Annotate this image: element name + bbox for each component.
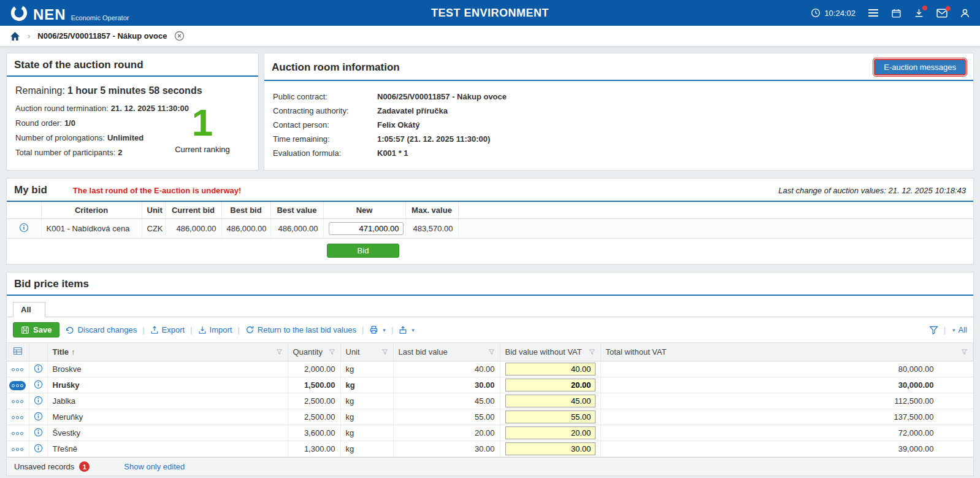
item-total: 72,000.00 bbox=[600, 425, 973, 441]
row-info-cell[interactable] bbox=[29, 393, 47, 409]
share-button[interactable]: ▾ bbox=[399, 326, 415, 334]
item-last-bid-value: 30.00 bbox=[393, 377, 500, 393]
export-button[interactable]: Export bbox=[150, 325, 185, 334]
row-actions-cell[interactable] bbox=[7, 409, 29, 425]
save-icon bbox=[21, 326, 29, 334]
import-button[interactable]: Import bbox=[198, 325, 232, 334]
item-unit: kg bbox=[340, 393, 393, 409]
bid-value-input[interactable] bbox=[505, 395, 595, 407]
filter-icon[interactable] bbox=[276, 349, 283, 355]
menu-icon[interactable] bbox=[868, 9, 879, 17]
unsaved-records-label: Unsaved records bbox=[14, 462, 74, 471]
discard-changes-button[interactable]: Discard changes bbox=[65, 325, 137, 334]
bid-value-input[interactable] bbox=[505, 442, 595, 455]
col-bid-value[interactable]: Bid value without VAT bbox=[500, 343, 600, 361]
bid-item-row[interactable]: Broskve 2,000.00 kg 40.00 80,000.00 bbox=[7, 361, 973, 377]
row-menu-icon[interactable] bbox=[9, 365, 26, 374]
row-info-cell[interactable] bbox=[29, 377, 47, 393]
brand[interactable]: NEN Economic Operator bbox=[10, 4, 129, 22]
table-settings-header[interactable] bbox=[7, 343, 29, 361]
main-content: State of the auction round Remaining:1 h… bbox=[0, 47, 980, 478]
col-title[interactable]: Title↑ bbox=[47, 343, 288, 361]
topbar-actions: 10:24:02 bbox=[811, 8, 970, 18]
row-menu-icon[interactable] bbox=[9, 381, 26, 390]
print-button[interactable]: ▾ bbox=[369, 325, 386, 334]
filter-icon[interactable] bbox=[961, 349, 968, 355]
row-menu-icon[interactable] bbox=[9, 445, 26, 454]
row-actions-cell[interactable] bbox=[7, 441, 29, 457]
bid-value-input[interactable] bbox=[505, 411, 595, 423]
row-info-cell[interactable] bbox=[29, 441, 47, 457]
row-menu-icon[interactable] bbox=[9, 397, 26, 406]
col-total[interactable]: Total without VAT bbox=[600, 343, 973, 361]
brand-name: NEN bbox=[33, 7, 66, 22]
item-total: 39,000.00 bbox=[600, 441, 973, 457]
criterion-info-cell[interactable] bbox=[7, 219, 41, 239]
row-actions-cell[interactable] bbox=[7, 393, 29, 409]
filter-icon[interactable] bbox=[929, 326, 938, 334]
filter-icon[interactable] bbox=[329, 349, 335, 355]
item-title: Třešně bbox=[47, 441, 288, 457]
mail-icon[interactable] bbox=[936, 9, 947, 18]
close-tab-icon[interactable] bbox=[174, 31, 185, 41]
max-value: 483,570.00 bbox=[405, 219, 458, 239]
download-icon[interactable] bbox=[914, 8, 924, 18]
item-last-bid-value: 40.00 bbox=[393, 361, 500, 377]
bid-item-row[interactable]: Švestky 3,600.00 kg 20.00 72,000.00 bbox=[7, 425, 973, 441]
eauction-messages-button[interactable]: E-auction messages bbox=[874, 59, 966, 75]
row-info-cell[interactable] bbox=[29, 409, 47, 425]
row-actions-cell[interactable] bbox=[7, 361, 29, 377]
item-unit: kg bbox=[340, 425, 393, 441]
bid-button[interactable]: Bid bbox=[327, 244, 399, 258]
bid-value-input[interactable] bbox=[505, 379, 595, 391]
best-bid-value: 486,000.00 bbox=[221, 219, 270, 239]
row-menu-icon[interactable] bbox=[9, 429, 26, 438]
breadcrumb-item[interactable]: N006/25/V00011857 - Nákup ovoce bbox=[37, 31, 167, 40]
info-icon bbox=[34, 412, 43, 421]
col-unit[interactable]: Unit bbox=[340, 343, 393, 361]
toolbar-separator: | bbox=[362, 325, 364, 334]
items-footer: Unsaved records 1 Show only edited bbox=[7, 457, 973, 476]
calendar-icon[interactable] bbox=[891, 8, 902, 18]
row-info-cell[interactable] bbox=[29, 361, 47, 377]
my-bid-panel: My bid The last round of the E-auction i… bbox=[6, 178, 974, 264]
new-bid-input[interactable] bbox=[329, 222, 404, 235]
bid-value-input[interactable] bbox=[505, 426, 595, 439]
col-quantity[interactable]: Quantity bbox=[288, 343, 340, 361]
col-max-value: Max. value bbox=[405, 202, 458, 219]
col-unit: Unit bbox=[142, 202, 165, 219]
download-badge bbox=[922, 6, 927, 10]
user-icon[interactable] bbox=[960, 8, 970, 18]
filter-icon[interactable] bbox=[589, 349, 595, 355]
bid-value-input[interactable] bbox=[505, 363, 595, 376]
info-icon bbox=[34, 364, 43, 373]
info-icon bbox=[19, 223, 29, 233]
tab-all[interactable]: All bbox=[13, 302, 45, 317]
filter-all-dropdown[interactable]: ▾ All bbox=[951, 325, 967, 334]
save-button[interactable]: Save bbox=[13, 322, 59, 337]
filter-icon[interactable] bbox=[381, 349, 388, 355]
my-bid-row: K001 - Nabídková cena CZK 486,000.00 486… bbox=[7, 219, 973, 239]
row-info-cell[interactable] bbox=[29, 425, 47, 441]
toolbar-separator: | bbox=[237, 325, 239, 334]
row-menu-icon[interactable] bbox=[9, 413, 26, 422]
col-last-bid-value[interactable]: Last bid value bbox=[393, 343, 500, 361]
return-last-values-button[interactable]: Return to the last bid values bbox=[245, 325, 356, 334]
item-bid-cell bbox=[500, 409, 600, 425]
bid-item-row[interactable]: Jablka 2,500.00 kg 45.00 112,500.00 bbox=[7, 393, 973, 409]
bid-item-row[interactable]: Hrušky 1,500.00 kg 30.00 30,000.00 bbox=[7, 377, 973, 393]
info-icon bbox=[34, 380, 43, 389]
last-round-warning: The last round of the E-auction is under… bbox=[73, 186, 241, 195]
bid-item-row[interactable]: Třešně 1,300.00 kg 30.00 39,000.00 bbox=[7, 441, 973, 457]
bid-item-row[interactable]: Meruňky 2,500.00 kg 55.00 137,500.00 bbox=[7, 409, 973, 425]
evaluation-formula-row: Evaluation formula:K001 * 1 bbox=[273, 148, 965, 158]
row-actions-cell[interactable] bbox=[7, 425, 29, 441]
filter-icon[interactable] bbox=[488, 349, 495, 355]
home-icon[interactable] bbox=[10, 31, 20, 41]
breadcrumb: › N006/25/V00011857 - Nákup ovoce bbox=[0, 26, 980, 47]
show-only-edited-link[interactable]: Show only edited bbox=[124, 462, 185, 471]
item-last-bid-value: 20.00 bbox=[393, 425, 500, 441]
row-actions-cell[interactable] bbox=[7, 377, 29, 393]
item-last-bid-value: 45.00 bbox=[393, 393, 500, 409]
auction-state-panel: State of the auction round Remaining:1 h… bbox=[6, 53, 259, 171]
